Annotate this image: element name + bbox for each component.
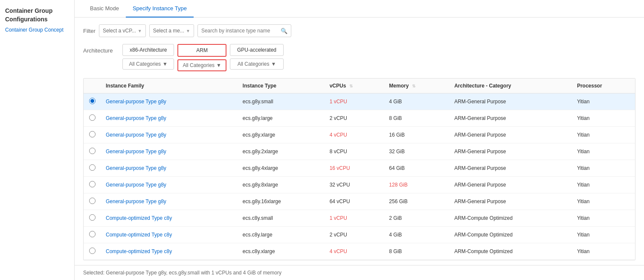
memory-sort-icon: ⇅ — [412, 84, 415, 88]
cell-arch-cat: ARM-General Purpose — [449, 160, 572, 177]
radio-cell — [84, 210, 101, 227]
row-radio-3[interactable] — [89, 131, 96, 137]
cell-vcpus: 64 vCPU — [325, 193, 384, 210]
radio-cell — [84, 193, 101, 210]
cell-vcpus: 1 vCPU — [325, 210, 384, 227]
arch-col-gpu: GPU-accelerated All Categories ▼ — [230, 44, 284, 71]
row-radio-4[interactable] — [89, 148, 96, 154]
tab-specify-instance-type[interactable]: Specify Instance Type — [126, 0, 194, 18]
cell-processor: Yitian — [572, 160, 635, 177]
cell-processor: Yitian — [572, 110, 635, 127]
categories-btn-gpu-label: All Categories — [238, 61, 270, 67]
cell-type: ecs.c8y.xlarge — [238, 243, 325, 260]
cell-vcpus: 2 vCPU — [325, 110, 384, 127]
instance-table: Instance Family Instance Type vCPUs ⇅ Me… — [84, 79, 635, 260]
vcpu-filter[interactable]: Select a vCP... ▼ — [99, 24, 146, 37]
cell-vcpus: 32 vCPU — [325, 177, 384, 193]
cell-family: Compute-optimized Type c8y — [101, 227, 238, 243]
memory-chevron-icon: ▼ — [186, 29, 190, 33]
sidebar-subtitle[interactable]: Container Group Concept — [5, 27, 69, 33]
cell-processor: Yitian — [572, 93, 635, 110]
vcpu-filter-label: Select a vCP... — [103, 28, 136, 34]
table-row[interactable]: Compute-optimized Type c8yecs.c8y.large2… — [84, 227, 635, 243]
col-header-family: Instance Family — [101, 79, 238, 93]
vcpus-sort-icon: ⇅ — [349, 84, 353, 88]
row-radio-7[interactable] — [89, 198, 96, 204]
cell-vcpus: 4 vCPU — [325, 243, 384, 260]
tab-basic[interactable]: Basic Mode — [83, 0, 126, 18]
cell-arch-cat: ARM-Compute Optimized — [449, 243, 572, 260]
categories-btn-arm[interactable]: All Categories ▼ — [177, 59, 226, 71]
row-radio-10[interactable] — [89, 248, 96, 254]
cell-arch-cat: ARM-General Purpose — [449, 143, 572, 160]
cell-memory: 256 GiB — [384, 193, 449, 210]
categories-chevron-gpu-icon: ▼ — [271, 61, 276, 67]
row-radio-8[interactable] — [89, 214, 96, 221]
table-row[interactable]: General-purpose Type g8yecs.g8y.small1 v… — [84, 93, 635, 110]
status-bar: Selected: General-purpose Type g8y, ecs.… — [75, 265, 644, 280]
arch-col-x86: x86-Architecture All Categories ▼ — [122, 44, 174, 71]
cell-arch-cat: ARM-Compute Optimized — [449, 227, 572, 243]
cell-arch-cat: ARM-General Purpose — [449, 177, 572, 193]
cell-family: General-purpose Type g8y — [101, 110, 238, 127]
table-header-row: Instance Family Instance Type vCPUs ⇅ Me… — [84, 79, 635, 93]
arch-btn-x86[interactable]: x86-Architecture — [122, 44, 174, 56]
cell-family: General-purpose Type g8y — [101, 177, 238, 193]
cell-memory: 4 GiB — [384, 93, 449, 110]
cell-family: Compute-optimized Type c8y — [101, 243, 238, 260]
cell-vcpus: 2 vCPU — [325, 227, 384, 243]
architecture-label: Architecture — [83, 44, 117, 54]
cell-processor: Yitian — [572, 177, 635, 193]
table-row[interactable]: General-purpose Type g8yecs.g8y.large2 v… — [84, 110, 635, 127]
cell-family: General-purpose Type g8y — [101, 160, 238, 177]
table-row[interactable]: Compute-optimized Type c8yecs.c8y.xlarge… — [84, 243, 635, 260]
filter-row: Filter Select a vCP... ▼ Select a me... … — [83, 24, 635, 37]
sidebar: Container Group Configurations Container… — [0, 0, 75, 280]
memory-filter[interactable]: Select a me... ▼ — [149, 24, 194, 37]
cell-memory: 4 GiB — [384, 227, 449, 243]
vcpu-chevron-icon: ▼ — [138, 29, 142, 33]
arch-btn-gpu[interactable]: GPU-accelerated — [230, 44, 284, 56]
row-radio-1[interactable] — [89, 98, 96, 104]
main-content: Filter Select a vCP... ▼ Select a me... … — [75, 18, 644, 265]
search-input[interactable] — [201, 28, 278, 34]
cell-processor: Yitian — [572, 143, 635, 160]
categories-btn-gpu[interactable]: All Categories ▼ — [230, 58, 284, 70]
cell-family: Compute-optimized Type c8y — [101, 210, 238, 227]
cell-vcpus: 8 vCPU — [325, 143, 384, 160]
col-header-memory[interactable]: Memory ⇅ — [384, 79, 449, 93]
radio-cell — [84, 93, 101, 110]
table-row[interactable]: General-purpose Type g8yecs.g8y.8xlarge3… — [84, 177, 635, 193]
row-radio-2[interactable] — [89, 114, 96, 121]
radio-cell — [84, 127, 101, 143]
cell-type: ecs.c8y.small — [238, 210, 325, 227]
cell-type: ecs.g8y.small — [238, 93, 325, 110]
cell-processor: Yitian — [572, 227, 635, 243]
table-row[interactable]: General-purpose Type g8yecs.g8y.2xlarge8… — [84, 143, 635, 160]
table-row[interactable]: General-purpose Type g8yecs.g8y.16xlarge… — [84, 193, 635, 210]
table-row[interactable]: General-purpose Type g8yecs.g8y.xlarge4 … — [84, 127, 635, 143]
col-header-vcpus[interactable]: vCPUs ⇅ — [325, 79, 384, 93]
cell-memory: 64 GiB — [384, 160, 449, 177]
row-radio-5[interactable] — [89, 164, 96, 171]
col-header-type: Instance Type — [238, 79, 325, 93]
row-radio-6[interactable] — [89, 181, 96, 187]
categories-chevron-arm-icon: ▼ — [216, 62, 221, 68]
table-row[interactable]: Compute-optimized Type c8yecs.c8y.small1… — [84, 210, 635, 227]
row-radio-9[interactable] — [89, 231, 96, 237]
radio-cell — [84, 177, 101, 193]
table-row[interactable]: General-purpose Type g8yecs.g8y.4xlarge1… — [84, 160, 635, 177]
memory-filter-label: Select a me... — [153, 28, 184, 34]
categories-btn-x86[interactable]: All Categories ▼ — [122, 58, 174, 70]
architecture-options: x86-Architecture All Categories ▼ ARM Al… — [122, 44, 284, 71]
status-text: Selected: General-purpose Type g8y, ecs.… — [83, 270, 281, 276]
cell-type: ecs.g8y.4xlarge — [238, 160, 325, 177]
radio-cell — [84, 143, 101, 160]
search-box[interactable]: 🔍 — [197, 24, 291, 37]
cell-arch-cat: ARM-Compute Optimized — [449, 210, 572, 227]
arch-btn-arm[interactable]: ARM — [177, 44, 226, 57]
cell-memory: 16 GiB — [384, 127, 449, 143]
cell-vcpus: 16 vCPU — [325, 160, 384, 177]
cell-processor: Yitian — [572, 193, 635, 210]
cell-memory: 32 GiB — [384, 143, 449, 160]
